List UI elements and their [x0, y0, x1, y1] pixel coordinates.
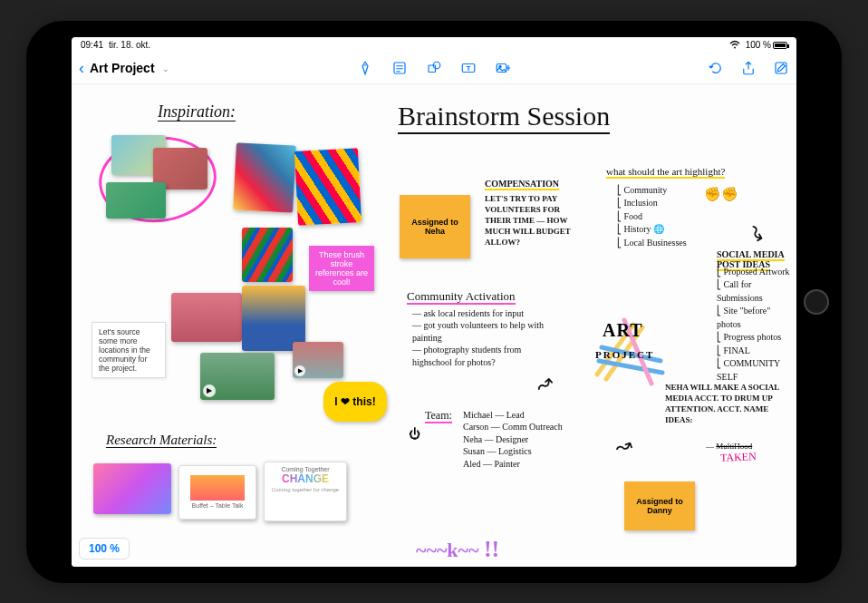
battery-icon: [773, 42, 787, 49]
zoom-value: 100 %: [89, 542, 120, 555]
back-button[interactable]: ‹: [79, 59, 84, 78]
sticky-text: Assigned to Danny: [630, 497, 690, 515]
team-header: Team:: [425, 409, 452, 423]
freeform-canvas[interactable]: Brainstorm Session Inspiration: ▶ ▶ Thes…: [72, 84, 796, 567]
play-icon: ▶: [294, 365, 305, 376]
status-date: tir. 18. okt.: [109, 40, 150, 50]
arrow-icon: ↝: [612, 432, 635, 460]
sticky-note-danny[interactable]: Assigned to Danny: [624, 481, 695, 530]
textbox-content: Let's source some more locations in the …: [99, 327, 150, 373]
bubble-text: I ❤ this!: [334, 395, 375, 408]
art-project-logo: ART PROJECT: [588, 311, 679, 393]
status-bar: 09:41 tir. 18. okt. 100 %: [72, 37, 796, 53]
zoom-indicator[interactable]: 100 %: [79, 538, 130, 559]
activation-body: — ask local residents for input — got yo…: [412, 307, 548, 369]
art-thumb[interactable]: [294, 148, 362, 226]
inspiration-header: Inspiration:: [158, 102, 236, 122]
home-button[interactable]: [804, 289, 829, 315]
sticky-note-pink[interactable]: These brush stroke references are cool!: [309, 246, 374, 291]
video-thumb[interactable]: ▶: [200, 353, 275, 400]
book-subtitle: Coming Together: [281, 466, 329, 472]
team-body: Michael — Lead Carson — Comm Outreach Ne…: [463, 409, 608, 471]
share-button[interactable]: [740, 60, 757, 76]
toolbar: ‹ Art Project ⌄: [72, 53, 796, 84]
canvas-title: Brainstorm Session: [398, 101, 610, 131]
illustration-thumb[interactable]: [93, 463, 171, 514]
svg-rect-2: [429, 65, 436, 73]
ipad-frame: 09:41 tir. 18. okt. 100 % ‹ Art Project …: [26, 21, 842, 583]
photo-thumb[interactable]: [171, 293, 242, 342]
chevron-down-icon[interactable]: ⌄: [162, 64, 169, 73]
screen: 09:41 tir. 18. okt. 100 % ‹ Art Project …: [72, 37, 796, 567]
pen-tool-button[interactable]: [357, 60, 373, 76]
art-thumb[interactable]: [233, 142, 296, 212]
fist-emoji-icon: ✊✊: [704, 186, 738, 202]
status-time: 09:41: [81, 40, 103, 50]
shapes-button[interactable]: [426, 60, 442, 76]
arrow-icon: ↝: [743, 219, 772, 245]
play-icon: ▶: [203, 384, 216, 397]
link-card[interactable]: Buffet – Table Talk: [178, 465, 256, 520]
highlight-question: what should the art highlight?: [606, 166, 725, 177]
highlight-list: ⎣ Community ⎣ Inclusion ⎣ Food ⎣ History…: [617, 184, 687, 250]
svg-point-0: [734, 46, 736, 48]
link-card[interactable]: Coming Together CHANGE Coming together f…: [264, 462, 347, 521]
text-box-locations[interactable]: Let's source some more locations in the …: [92, 322, 166, 378]
photo-thumb[interactable]: [242, 286, 305, 351]
neha-note: NEHA WILL MAKE A SOCIAL MEDIA ACCT. TO D…: [665, 382, 792, 426]
sticky-text: These brush stroke references are cool!: [314, 250, 369, 287]
research-header: Research Materials:: [106, 433, 217, 448]
compensation-body: LET'S TRY TO PAY VOLUNTEERS FOR THEIR TI…: [485, 193, 584, 248]
art-thumb[interactable]: [242, 228, 293, 282]
link-caption: Buffet – Table Talk: [192, 502, 244, 509]
social-list: ⎣ Proposed Artwork ⎣ Call for Submission…: [717, 266, 796, 384]
sticky-note-neha[interactable]: Assigned to Neha: [400, 195, 470, 258]
compensation-header: COMPENSATION: [485, 179, 559, 189]
video-thumb[interactable]: ▶: [293, 342, 343, 378]
speech-bubble[interactable]: I ❤ this!: [323, 382, 387, 422]
taken-label: TAKEN: [720, 450, 757, 464]
undo-button[interactable]: [708, 60, 724, 76]
compose-button[interactable]: [773, 60, 789, 76]
text-box-button[interactable]: [460, 60, 477, 76]
photo-thumb[interactable]: [106, 182, 166, 219]
activation-header: Community Activation: [407, 289, 516, 304]
book-title: CHANGE: [282, 472, 329, 485]
board-title[interactable]: Art Project: [90, 61, 155, 75]
sticky-text: Assigned to Neha: [405, 218, 465, 236]
power-icon: ⏻: [409, 427, 420, 441]
arrow-icon: ↝: [530, 370, 558, 398]
wifi-icon: [729, 40, 740, 51]
sticky-note-button[interactable]: [391, 60, 408, 76]
battery-pct: 100 %: [746, 40, 771, 50]
purple-scribble: ~~~k~~ !!: [416, 536, 499, 563]
media-button[interactable]: [495, 60, 511, 76]
